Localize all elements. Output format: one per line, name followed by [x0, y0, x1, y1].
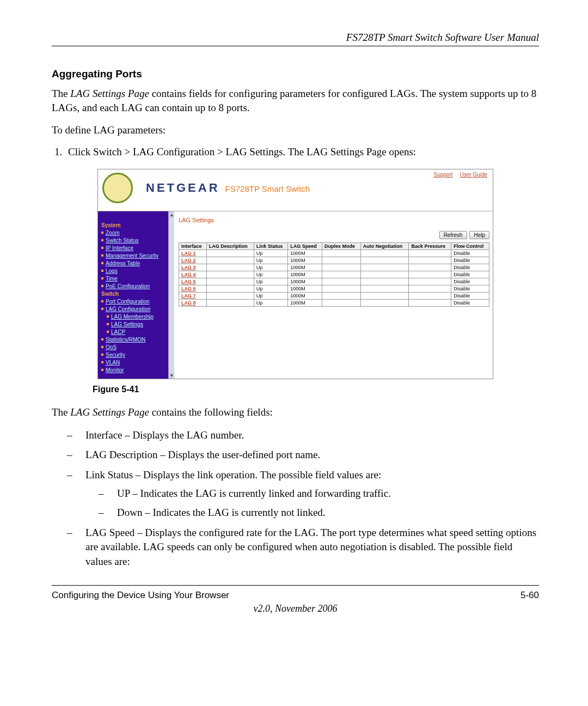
sidebar-scrollbar[interactable]: ▴ ▾	[168, 211, 174, 379]
sidebar-item-zoom[interactable]: Zoom	[106, 229, 120, 236]
sidebar-item-switch-status[interactable]: Switch Status	[106, 237, 139, 244]
cell-flow-control: Disable	[451, 299, 489, 306]
sidebar-section-system: System	[101, 222, 172, 228]
field-label: LAG Speed	[85, 527, 134, 538]
col-flow-control: Flow Control	[451, 242, 489, 249]
cell-flow-control: Disable	[451, 264, 489, 271]
scroll-up-icon[interactable]: ▴	[169, 211, 174, 218]
sidebar-item-lag-config[interactable]: LAG Configuration	[106, 306, 150, 313]
step-1: Click Switch > LAG Configuration > LAG S…	[65, 146, 539, 158]
sidebar-item-vlan[interactable]: VLAN	[106, 359, 120, 366]
table-row: LAG 2Up1000MDisable	[179, 257, 489, 264]
text: opens:	[387, 146, 416, 157]
cell-lag-desc	[206, 278, 254, 285]
field-label: LAG Description	[85, 449, 157, 460]
sidebar-item-time[interactable]: Time	[106, 275, 118, 282]
table-row: LAG 1Up1000MDisable	[179, 249, 489, 257]
sidebar-section-switch: Switch	[101, 291, 172, 297]
field-lag-description: LAG Description – Displays the user-defi…	[67, 448, 539, 462]
cell-duplex	[322, 285, 360, 292]
cell-lag-desc	[206, 292, 254, 299]
sidebar-item-logs[interactable]: Logs	[106, 267, 118, 275]
sidebar-item-mgmt-security[interactable]: Management Security	[106, 252, 158, 259]
sidebar-item-qos[interactable]: QoS	[106, 344, 117, 351]
cell-flow-control: Disable	[451, 257, 489, 264]
table-row: LAG 4Up1000MDisable	[179, 271, 489, 278]
table-header-row: Interface LAG Description Link Status LA…	[179, 242, 489, 249]
support-link[interactable]: Support	[434, 172, 453, 178]
user-guide-link[interactable]: User Guide	[460, 172, 487, 178]
cell-duplex	[322, 278, 360, 285]
cell-link-status: Up	[254, 257, 288, 264]
contains-line: The LAG Settings Page contains the follo…	[52, 405, 539, 419]
lag-link[interactable]: LAG 1	[181, 251, 196, 256]
panel-title: LAG Settings	[179, 217, 489, 223]
sidebar-item-address-table[interactable]: Address Table	[106, 260, 140, 267]
lag-link[interactable]: LAG 4	[181, 272, 196, 277]
lag-link[interactable]: LAG 7	[181, 293, 196, 299]
nav-sidebar: System Zoom Switch Status IP Interface M…	[98, 211, 174, 379]
col-back-pressure: Back Pressure	[409, 242, 451, 249]
to-define-line: To define LAG parameters:	[52, 123, 539, 137]
lag-link[interactable]: LAG 2	[181, 258, 196, 263]
cell-duplex	[322, 271, 360, 278]
col-lag-speed: LAG Speed	[288, 242, 322, 249]
cell-lag-desc	[206, 271, 254, 278]
lag-link[interactable]: LAG 6	[181, 286, 196, 291]
cell-interface: LAG 6	[179, 285, 207, 292]
help-button[interactable]: Help	[469, 231, 489, 239]
nav-path: Switch > LAG Configuration > LAG Setting…	[93, 146, 283, 157]
value-label: UP	[117, 488, 130, 499]
sidebar-item-stats-rmon[interactable]: Statistics/RMON	[106, 336, 145, 343]
brand-block: NETGEAR FS728TP Smart Switch	[146, 181, 310, 195]
cell-lag-desc	[206, 264, 254, 271]
sidebar-item-poe-config[interactable]: PoE Configuration	[106, 283, 150, 290]
lag-link[interactable]: LAG 8	[181, 300, 196, 306]
cell-duplex	[322, 257, 360, 264]
sidebar-item-port-config[interactable]: Port Configuration	[106, 298, 150, 305]
field-label: Link Status	[85, 469, 133, 480]
top-rule	[52, 46, 539, 46]
cell-auto-neg	[360, 278, 409, 285]
cell-auto-neg	[360, 285, 409, 292]
cell-back-pressure	[409, 271, 451, 278]
cell-lag-speed: 1000M	[288, 285, 322, 292]
lag-link[interactable]: LAG 3	[181, 265, 196, 270]
cell-back-pressure	[409, 285, 451, 292]
cell-flow-control: Disable	[451, 271, 489, 278]
field-label: Interface	[85, 429, 122, 441]
cell-back-pressure	[409, 292, 451, 299]
sidebar-item-security[interactable]: Security	[106, 351, 125, 358]
cell-lag-desc	[206, 249, 254, 257]
text: contains the following fields:	[149, 406, 273, 418]
doc-header: FS728TP Smart Switch Software User Manua…	[52, 32, 539, 44]
cell-lag-speed: 1000M	[288, 271, 322, 278]
cell-flow-control: Disable	[451, 278, 489, 285]
sidebar-sub-lag-settings[interactable]: LAG Settings	[111, 321, 143, 328]
cell-interface: LAG 5	[179, 278, 207, 285]
cell-duplex	[322, 299, 360, 306]
cell-interface: LAG 4	[179, 271, 207, 278]
cell-auto-neg	[360, 264, 409, 271]
cell-duplex	[322, 292, 360, 299]
sidebar-sub-lag-membership[interactable]: LAG Membership	[111, 313, 154, 320]
cell-lag-speed: 1000M	[288, 292, 322, 299]
text: Click	[68, 146, 93, 157]
embedded-screenshot: NETGEAR FS728TP Smart Switch Support Use…	[97, 169, 493, 379]
cell-lag-speed: 1000M	[288, 264, 322, 271]
cell-link-status: Up	[254, 278, 288, 285]
cell-link-status: Up	[254, 299, 288, 306]
cell-interface: LAG 3	[179, 264, 207, 271]
refresh-button[interactable]: Refresh	[439, 231, 467, 239]
field-desc: – Displays the user-defined port name.	[157, 449, 320, 460]
cell-back-pressure	[409, 264, 451, 271]
field-desc: – Displays the configured rate for the L…	[85, 527, 536, 567]
lag-link[interactable]: LAG 5	[181, 279, 196, 284]
scroll-down-icon[interactable]: ▾	[169, 372, 174, 379]
sidebar-item-monitor[interactable]: Monitor	[106, 367, 124, 374]
value-up: UP – Indicates the LAG is currently link…	[99, 486, 539, 501]
sidebar-sub-lacp[interactable]: LACP	[111, 328, 125, 336]
table-row: LAG 7Up1000MDisable	[179, 292, 489, 299]
table-row: LAG 8Up1000MDisable	[179, 299, 489, 306]
sidebar-item-ip-interface[interactable]: IP Interface	[106, 245, 133, 252]
